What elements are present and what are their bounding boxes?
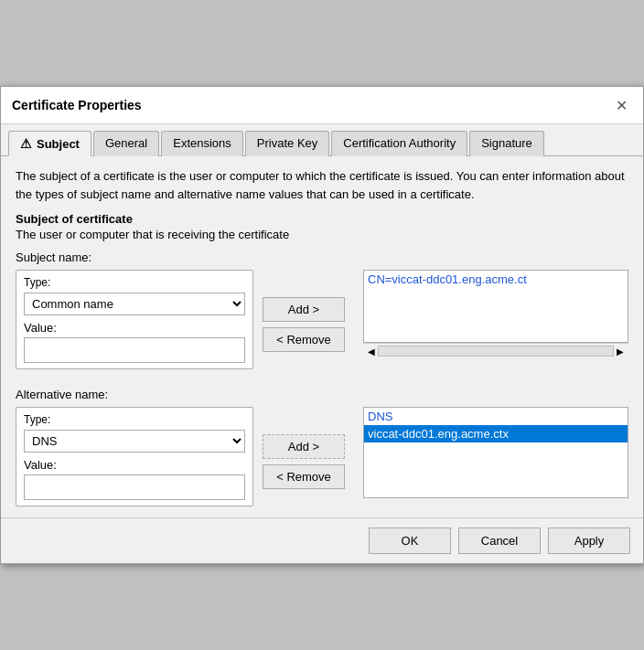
- title-bar: Certificate Properties ✕: [1, 87, 643, 124]
- close-button[interactable]: ✕: [610, 94, 632, 116]
- ok-button[interactable]: OK: [369, 527, 451, 554]
- alt-list-selected-item: viccat-ddc01.eng.acme.ctx: [364, 425, 628, 442]
- subject-list-panel: CN=viccat-ddc01.eng.acme.ct ◀ ▶: [363, 270, 628, 358]
- cancel-button[interactable]: Cancel: [458, 527, 541, 554]
- subject-value-input[interactable]: [24, 337, 245, 363]
- alt-name-label: Alternative name:: [16, 388, 628, 401]
- subject-buttons-panel: Add > < Remove: [263, 270, 354, 352]
- tab-extensions[interactable]: Extensions: [161, 131, 243, 156]
- alt-list-panel: DNS viccat-ddc01.eng.acme.ctx: [363, 407, 628, 498]
- tab-subject[interactable]: ⚠ Subject: [8, 131, 91, 156]
- tab-bar: ⚠ Subject General Extensions Private Key…: [1, 124, 643, 156]
- subject-remove-button[interactable]: < Remove: [263, 327, 345, 352]
- tab-cert-authority-label: Certification Authority: [343, 136, 456, 150]
- scroll-left-icon[interactable]: ◀: [365, 346, 378, 357]
- bottom-bar: OK Cancel Apply: [1, 517, 643, 563]
- subject-of-cert-title: Subject of certificate: [16, 212, 628, 226]
- subject-list-scrollbar: ◀ ▶: [363, 343, 628, 358]
- subject-type-label: Type:: [24, 276, 245, 289]
- tab-signature-label: Signature: [481, 136, 532, 150]
- subject-of-cert-sub: The user or computer that is receiving t…: [16, 228, 628, 241]
- tab-signature[interactable]: Signature: [469, 131, 544, 156]
- subject-list-item: CN=viccat-ddc01.eng.acme.ct: [364, 271, 628, 288]
- tab-extensions-label: Extensions: [173, 136, 231, 150]
- alt-value-label: Value:: [24, 458, 245, 472]
- alt-remove-button[interactable]: < Remove: [263, 464, 345, 489]
- alt-type-label: Type:: [24, 413, 245, 426]
- subject-add-button[interactable]: Add >: [263, 297, 345, 322]
- tab-subject-label: Subject: [37, 137, 80, 151]
- tab-content: The subject of a certificate is the user…: [1, 156, 643, 517]
- description-text: The subject of a certificate is the user…: [16, 167, 628, 203]
- tab-general[interactable]: General: [93, 131, 159, 156]
- alt-value-input[interactable]: [24, 474, 245, 500]
- subject-name-row: Type: Common name Organization Organizat…: [16, 270, 628, 369]
- tab-private-key-label: Private Key: [257, 136, 317, 150]
- alt-type-group: Type: DNS Email UPN IP address Value:: [16, 407, 253, 506]
- alt-add-button[interactable]: Add >: [263, 434, 345, 459]
- alt-left-panel: Type: DNS Email UPN IP address Value:: [16, 407, 253, 506]
- subject-type-select[interactable]: Common name Organization Organizational …: [24, 293, 245, 315]
- certificate-properties-dialog: Certificate Properties ✕ ⚠ Subject Gener…: [0, 86, 644, 564]
- alt-name-row: Type: DNS Email UPN IP address Value: Ad…: [16, 407, 628, 506]
- alt-list-header: DNS: [364, 408, 628, 425]
- subject-value-label: Value:: [24, 321, 245, 335]
- dialog-title: Certificate Properties: [12, 98, 142, 112]
- subject-name-label: Subject name:: [16, 250, 628, 264]
- tab-general-label: General: [105, 136, 147, 150]
- warning-icon: ⚠: [20, 136, 32, 151]
- subject-left-panel: Type: Common name Organization Organizat…: [16, 270, 253, 369]
- apply-button[interactable]: Apply: [548, 527, 630, 554]
- scroll-right-icon[interactable]: ▶: [614, 346, 627, 357]
- alt-list-box[interactable]: DNS viccat-ddc01.eng.acme.ctx: [363, 407, 628, 498]
- scroll-track[interactable]: [378, 346, 614, 357]
- tab-private-key[interactable]: Private Key: [245, 131, 329, 156]
- subject-list-box[interactable]: CN=viccat-ddc01.eng.acme.ct: [363, 270, 628, 343]
- alt-buttons-panel: Add > < Remove: [263, 407, 354, 489]
- tab-cert-authority[interactable]: Certification Authority: [331, 131, 467, 156]
- alt-type-select[interactable]: DNS Email UPN IP address: [24, 430, 245, 453]
- subject-type-group: Type: Common name Organization Organizat…: [16, 270, 253, 369]
